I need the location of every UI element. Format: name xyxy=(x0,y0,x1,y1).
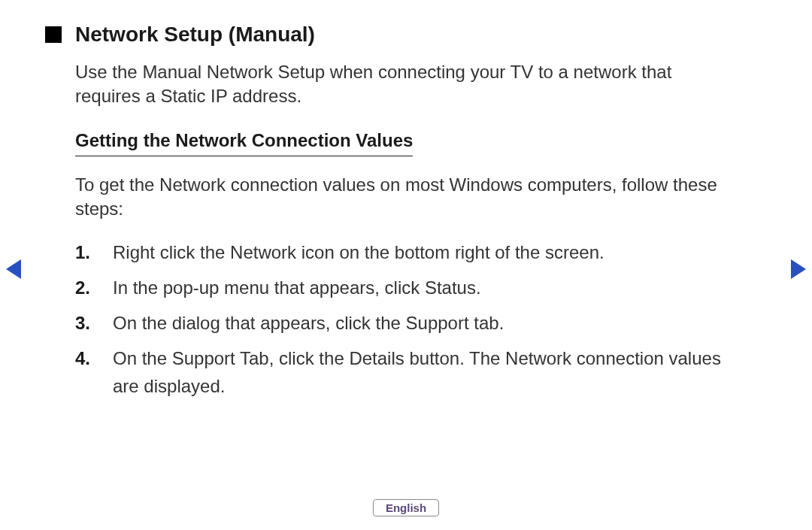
page-content: Network Setup (Manual) Use the Manual Ne… xyxy=(0,0,812,401)
page-title: Network Setup (Manual) xyxy=(75,23,315,47)
arrow-right-icon xyxy=(791,259,806,279)
next-page-button[interactable] xyxy=(791,259,806,279)
title-row: Network Setup (Manual) xyxy=(45,23,737,47)
arrow-left-icon xyxy=(6,259,21,279)
steps-list: Right click the Network icon on the bott… xyxy=(75,238,737,401)
step-text: On the dialog that appears, click the Su… xyxy=(113,309,737,337)
intro-paragraph: Use the Manual Network Setup when connec… xyxy=(75,60,737,109)
list-item: On the Support Tab, click the Details bu… xyxy=(75,344,737,400)
list-item: In the pop-up menu that appears, click S… xyxy=(75,274,737,301)
language-badge: English xyxy=(373,499,439,516)
prev-page-button[interactable] xyxy=(6,259,21,279)
step-text: Right click the Network icon on the bott… xyxy=(113,238,737,266)
square-bullet-icon xyxy=(45,26,62,43)
step-text: In the pop-up menu that appears, click S… xyxy=(113,274,737,301)
step-text: On the Support Tab, click the Details bu… xyxy=(113,344,737,400)
section-subheading: Getting the Network Connection Values xyxy=(75,130,413,156)
lead-paragraph: To get the Network connection values on … xyxy=(75,173,737,222)
list-item: Right click the Network icon on the bott… xyxy=(75,238,737,266)
list-item: On the dialog that appears, click the Su… xyxy=(75,309,737,337)
